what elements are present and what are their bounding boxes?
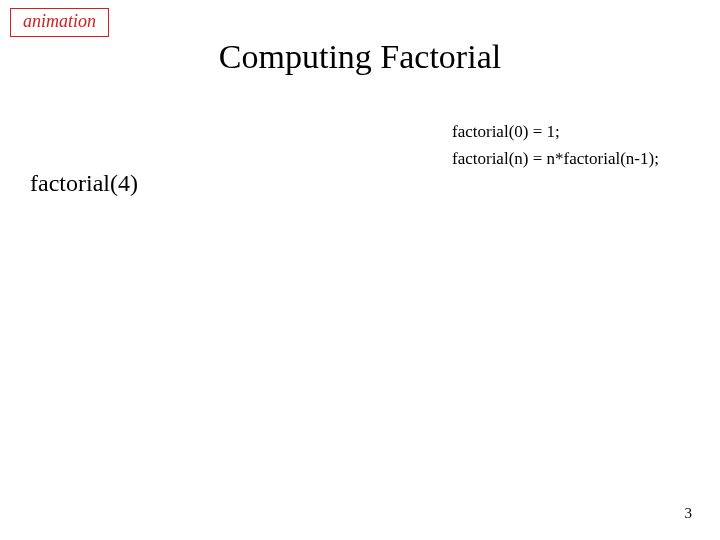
current-expression: factorial(4) <box>30 170 138 197</box>
factorial-definition: factorial(0) = 1; factorial(n) = n*facto… <box>452 118 659 172</box>
animation-badge: animation <box>10 8 109 37</box>
definition-recursive-case: factorial(n) = n*factorial(n-1); <box>452 145 659 172</box>
definition-base-case: factorial(0) = 1; <box>452 118 659 145</box>
animation-badge-label: animation <box>23 11 96 31</box>
slide-title: Computing Factorial <box>0 38 720 76</box>
page-number: 3 <box>685 505 693 522</box>
